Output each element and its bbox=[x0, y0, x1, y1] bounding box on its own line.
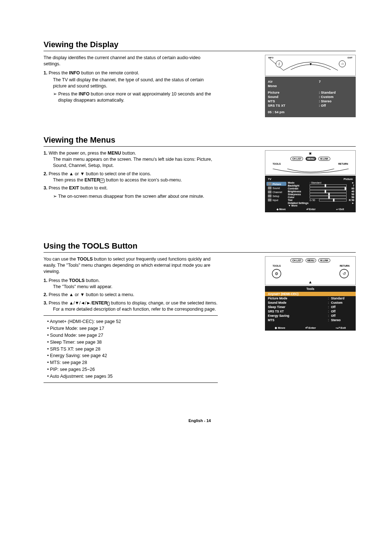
list-item: • PIP: see pages 25~26 bbox=[47, 367, 218, 373]
section-title: Using the TOOLS Button bbox=[44, 241, 356, 253]
list-item: • MTS: see page 28 bbox=[47, 360, 218, 366]
body-left: 1. With the power on, press the MENU but… bbox=[44, 150, 218, 200]
list-item: • Sleep Timer: see page 38 bbox=[47, 339, 218, 345]
step: 3. Press the EXIT button to exit. bbox=[44, 185, 218, 191]
step: 3. Press the ▲/▼/◄/►/ENTER⏎ buttons to d… bbox=[44, 300, 218, 312]
section-viewing-menus: Viewing the Menus 1. With the power on, … bbox=[44, 135, 356, 212]
svg-text:↺: ↺ bbox=[343, 271, 346, 276]
step: 1. With the power on, press the MENU but… bbox=[44, 150, 218, 169]
list-item: • Anynet+ (HDMI-CEC): see page 52 bbox=[47, 319, 218, 325]
note: ➢ Press the INFO button once more or wai… bbox=[44, 91, 218, 103]
osd-right: INFO EXIT i ⦵ ▼ Air7 Mono Picture: Stand… bbox=[265, 55, 356, 117]
list-item: • Picture Mode: see page 17 bbox=[47, 326, 218, 332]
svg-text:⚙: ⚙ bbox=[275, 271, 278, 276]
menu-main: Mode: Standard►Backlight7Contrast95Brigh… bbox=[286, 181, 354, 204]
osd-right: ▣ CH LIST MENU W.LINK TOOLS RETURN TV Pi… bbox=[265, 150, 356, 212]
list-item: • SRS TS XT: see page 28 bbox=[47, 346, 218, 352]
menu-osd: TV Picture PictureSoundChannelSetupInput… bbox=[265, 176, 356, 212]
body-left: The display identifies the current chann… bbox=[44, 55, 218, 103]
remote-illustration: CH LIST MENU W.LINK TOOLS RETURN ⚙ ↺ ▲ bbox=[265, 256, 356, 285]
section-title: Viewing the Display bbox=[44, 40, 356, 51]
body-left: You can use the TOOLS button to select y… bbox=[44, 256, 218, 386]
step: 2. Press the ▲ or ▼ button to select a m… bbox=[44, 292, 218, 298]
remote-illustration: INFO EXIT i ⦵ ▼ bbox=[265, 55, 356, 76]
bullets-list: • Anynet+ (HDMI-CEC): see page 52• Pictu… bbox=[47, 319, 218, 380]
svg-text:▼: ▼ bbox=[309, 62, 313, 66]
list-item: • Sound Mode: see page 27 bbox=[47, 332, 218, 339]
remote-illustration: ▣ CH LIST MENU W.LINK TOOLS RETURN bbox=[265, 150, 356, 175]
list-item: • Energy Saving: see page 42 bbox=[47, 353, 218, 359]
osd-right: CH LIST MENU W.LINK TOOLS RETURN ⚙ ↺ ▲ T… bbox=[265, 256, 356, 331]
step: 1. Press the INFO button on the remote c… bbox=[44, 70, 218, 89]
step: 2. Press the ▲ or ▼ button to select one… bbox=[44, 171, 218, 183]
info-osd: Air7 Mono Picture: StandardSound: Custom… bbox=[265, 77, 356, 117]
note: ➢ The on-screen menus disappear from the… bbox=[44, 193, 218, 200]
section-using-tools: Using the TOOLS Button You can use the T… bbox=[44, 241, 356, 386]
menu-sidebar: PictureSoundChannelSetupInput bbox=[266, 181, 286, 204]
svg-text:⦵: ⦵ bbox=[341, 62, 344, 66]
section-title: Viewing the Menus bbox=[44, 135, 356, 147]
tools-osd: Tools Anynet+ (HDMI-CEC) Picture Mode:St… bbox=[265, 286, 356, 331]
enter-icon: ⏎ bbox=[100, 179, 105, 183]
section-viewing-display: Viewing the Display The display identifi… bbox=[44, 40, 356, 117]
list-item: • Auto Adjustment: see pages 35 bbox=[47, 373, 218, 380]
step: 1. Press the TOOLS button. The "Tools" m… bbox=[44, 278, 218, 290]
page-footer: English - 14 bbox=[44, 418, 356, 423]
svg-text:i: i bbox=[278, 61, 279, 66]
